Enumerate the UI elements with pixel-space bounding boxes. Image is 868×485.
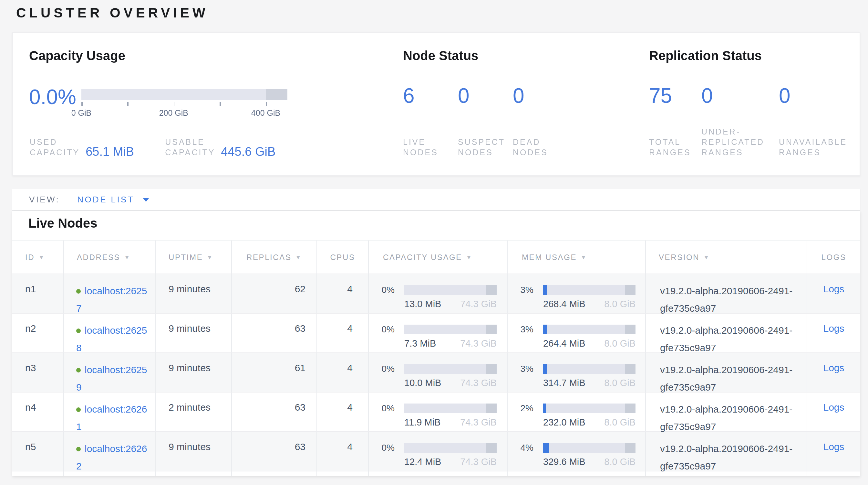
mem-usage-cell-values: 314.7 MiB8.0 GiB — [543, 378, 636, 388]
table-row: n4localhost:262612 minutes6340%11.9 MiB7… — [12, 392, 860, 431]
capacity-used-percent: 0.0% — [29, 86, 76, 108]
capacity-usage-cell-percent: 0% — [369, 285, 395, 295]
capacity-stat-value: 445.6 GiB — [221, 145, 275, 159]
mem-usage-cell-bar — [543, 364, 636, 374]
column-header-label: CAPACITY USAGE — [383, 253, 462, 262]
replicas-cell: 63 — [232, 432, 317, 471]
axis-tick-label: 400 GiB — [251, 109, 280, 118]
mem-usage-cell-bar-endcap — [625, 285, 636, 295]
node-address-link[interactable]: localhost:26262 — [76, 443, 147, 472]
capacity-usage-cell-meter: 0% — [369, 443, 507, 453]
column-header-version[interactable]: VERSION▼ — [646, 240, 807, 274]
cpus-cell: 4 — [317, 432, 369, 471]
node-id-cell: n1 — [12, 274, 64, 313]
node-stat-value: 0 — [458, 85, 513, 107]
capacity-stat-label: USED CAPACITY — [30, 137, 80, 158]
logs-link[interactable]: Logs — [823, 283, 844, 294]
axis-tick — [82, 102, 82, 106]
empty-cell — [64, 472, 156, 476]
live-status-dot-icon — [76, 447, 81, 451]
mem-usage-cell-meter: 3% — [507, 285, 645, 295]
capacity-usage-cell-bar-endcap — [486, 325, 497, 334]
node-id-cell: n3 — [12, 353, 64, 392]
column-header-address[interactable]: ADDRESS▼ — [64, 240, 156, 274]
mem-usage-cell-meter: 3% — [507, 325, 645, 334]
cpus-cell: 4 — [317, 274, 369, 313]
cpus-cell: 4 — [317, 393, 369, 431]
column-header-replicas[interactable]: REPLICAS▼ — [232, 240, 317, 274]
live-nodes-panel: Live Nodes ID▼ADDRESS▼UPTIME▼REPLICAS▼CP… — [12, 211, 860, 476]
column-header-capacity[interactable]: CAPACITY USAGE▼ — [369, 240, 507, 274]
logs-link[interactable]: Logs — [823, 323, 844, 334]
capacity-usage-cell-meter: 0% — [369, 364, 507, 374]
node-address-cell: localhost:26258 — [64, 314, 156, 352]
node-address-cell: localhost:26259 — [64, 353, 156, 392]
node-address-cell: localhost:26261 — [64, 393, 156, 431]
capacity-usage-cell: 0%7.3 MiB74.3 GiB — [369, 314, 507, 352]
capacity-usage-cell-bar-endcap — [486, 403, 497, 413]
node-status-title: Node Status — [403, 49, 478, 63]
capacity-usage-cell: 0%11.9 MiB74.3 GiB — [369, 393, 507, 431]
logs-link[interactable]: Logs — [823, 441, 844, 452]
logs-link[interactable]: Logs — [823, 362, 844, 373]
view-dropdown[interactable]: NODE LIST — [77, 195, 134, 204]
version-text: v19.2.0-alpha.20190606-2491-gfe735c9a97 — [660, 400, 807, 435]
axis-tick-label: 200 GiB — [159, 109, 188, 118]
logs-link[interactable]: Logs — [823, 402, 844, 412]
live-status-dot-icon — [76, 329, 81, 333]
mem-usage-cell-meter: 2% — [507, 403, 645, 413]
node-address-link[interactable]: localhost:26259 — [76, 364, 147, 393]
chevron-down-icon[interactable] — [143, 198, 149, 201]
capacity-usage-cell-total-value: 74.3 GiB — [460, 457, 497, 467]
capacity-gauge-ticks — [82, 102, 287, 107]
mem-usage-cell-used-value: 268.4 MiB — [543, 299, 585, 309]
node-address-cell: localhost:26257 — [64, 274, 156, 313]
axis-tick — [174, 102, 175, 106]
capacity-usage-cell-total-value: 74.3 GiB — [460, 299, 497, 309]
node-stat: 0SUSPECT NODES — [458, 85, 513, 158]
column-header-label: MEM USAGE — [522, 253, 577, 262]
mem-usage-cell-bar-fill — [543, 364, 547, 374]
capacity-usage-cell-bar — [404, 364, 497, 374]
node-address-link[interactable]: localhost:26261 — [76, 403, 147, 432]
live-status-dot-icon — [76, 289, 81, 293]
page-title: CLUSTER OVERVIEW — [16, 5, 209, 21]
replication-stat: 0UNDER- REPLICATED RANGES — [702, 85, 779, 158]
column-header-id[interactable]: ID▼ — [12, 240, 64, 274]
version-cell: v19.2.0-alpha.20190606-2491-gfe735c9a97 — [646, 393, 807, 431]
cpus-cell: 4 — [317, 353, 369, 392]
logs-cell: Logs — [807, 274, 860, 313]
node-id-cell: n2 — [12, 314, 64, 352]
version-text: v19.2.0-alpha.20190606-2491-gfe735c9a97 — [660, 321, 807, 356]
capacity-usage-cell: 0%12.4 MiB74.3 GiB — [369, 432, 507, 471]
capacity-usage-cell: 0%10.0 MiB74.3 GiB — [369, 353, 507, 392]
node-stat-label: SUSPECT NODES — [458, 137, 513, 158]
logs-cell: Logs — [807, 393, 860, 431]
empty-cell — [12, 472, 64, 476]
column-header-label: LOGS — [821, 253, 846, 262]
capacity-usage-cell-values: 11.9 MiB74.3 GiB — [404, 417, 497, 427]
node-address-link[interactable]: localhost:26258 — [76, 325, 147, 353]
column-header-uptime[interactable]: UPTIME▼ — [156, 240, 232, 274]
mem-usage-cell-values: 329.6 MiB8.0 GiB — [543, 457, 636, 467]
sort-arrow-icon: ▼ — [296, 254, 302, 260]
table-row-partial — [12, 471, 860, 476]
capacity-stat-value: 65.1 MiB — [86, 145, 134, 159]
node-address-link[interactable]: localhost:26257 — [76, 285, 147, 314]
capacity-stat-label: USABLE CAPACITY — [165, 137, 215, 158]
capacity-usage-cell-used-value: 10.0 MiB — [404, 378, 441, 388]
mem-usage-cell-bar-endcap — [625, 403, 636, 413]
replication-stat-label: UNAVAILABLE RANGES — [779, 137, 868, 158]
node-stat-label: DEAD NODES — [513, 137, 568, 158]
version-cell: v19.2.0-alpha.20190606-2491-gfe735c9a97 — [646, 353, 807, 392]
version-cell: v19.2.0-alpha.20190606-2491-gfe735c9a97 — [646, 432, 807, 471]
column-header-memory[interactable]: MEM USAGE▼ — [507, 240, 646, 274]
mem-usage-cell: 3%268.4 MiB8.0 GiB — [507, 274, 646, 313]
mem-usage-cell-bar-fill — [543, 443, 549, 453]
replication-stat-value: 0 — [702, 85, 779, 107]
capacity-stat: USED CAPACITY65.1 MiB — [30, 137, 134, 158]
mem-usage-cell: 3%314.7 MiB8.0 GiB — [507, 353, 646, 392]
mem-usage-cell-total-value: 8.0 GiB — [604, 299, 636, 309]
mem-usage-cell-used-value: 232.0 MiB — [543, 417, 585, 427]
mem-usage-cell-bar-fill — [543, 403, 546, 413]
